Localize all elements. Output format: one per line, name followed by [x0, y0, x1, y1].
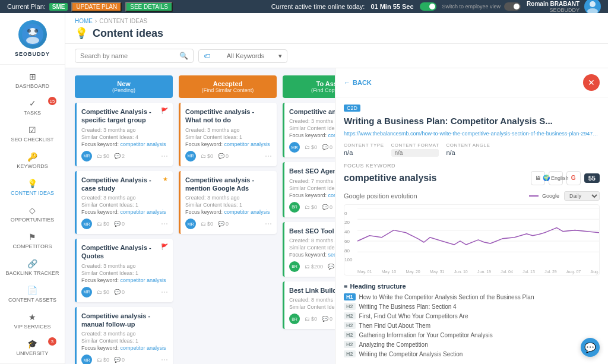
svg-point-6 — [34, 29, 38, 33]
sidebar-label-opportunities: OPPORTUNITIES — [11, 217, 54, 223]
sidebar-item-opportunities[interactable]: ◇ OPPORTUNITIES — [0, 201, 65, 227]
update-plan-button[interactable]: UPDATE PLAN — [71, 2, 122, 12]
more-icon[interactable]: ⋯ — [161, 356, 168, 364]
sidebar-item-university[interactable]: 🎓 UNIVERSITY 3 — [0, 334, 65, 361]
card-similar: Similar Content Ideas: 1 — [81, 270, 168, 276]
kanban-board: New (Pending) Competitive Analysis - spe… — [65, 68, 335, 364]
sidebar-item-content-ideas[interactable]: 💡 CONTENT IDEAS — [0, 174, 65, 201]
card-similar: Similar Content Ideas: 0 — [289, 304, 335, 310]
card-created: Created: 3 months ago — [185, 127, 272, 133]
avatar: BR — [289, 202, 300, 213]
budget-icon: 🗂 — [305, 316, 310, 322]
col-label-to-assign: To Assign — [289, 80, 335, 87]
more-icon[interactable]: ⋯ — [265, 220, 272, 228]
card-keyword: Focus keyword: competitor analysis — [289, 192, 335, 198]
chart-container: 0 20 40 60 80 100 — [344, 204, 600, 276]
table-row[interactable]: Competitive Analysis - specific target g… — [75, 103, 173, 166]
table-row[interactable]: Competitive Analysis - Quotes 🚩 Created:… — [75, 239, 173, 302]
kanban-area: New (Pending) Competitive Analysis - spe… — [65, 68, 335, 364]
sidebar-logo: SEOBUDDY — [0, 13, 65, 65]
breadcrumb-current: CONTENT IDEAS — [99, 18, 147, 24]
table-row[interactable]: Competitive Analysis - case study ★ Crea… — [75, 171, 173, 235]
avatar: BR — [289, 261, 300, 272]
search-box[interactable]: 🔍 — [75, 49, 194, 63]
avatar: MR — [81, 354, 92, 364]
chart-svg — [357, 208, 599, 263]
close-panel-button[interactable]: ✕ — [583, 74, 600, 91]
page-title-row: 💡 Content ideas — [75, 27, 598, 40]
y-label-0: 0 — [344, 211, 356, 216]
detail-url[interactable]: https://www.thebalancesmb.com/how-to-wri… — [344, 131, 600, 137]
timer-prefix: Current active time online today: — [271, 3, 365, 10]
comment-icon: 💬 — [322, 144, 328, 150]
budget-group: 🗂 $0 — [201, 221, 213, 227]
comment-count: 0 — [226, 153, 229, 159]
table-row[interactable]: Best SEO Agencies Created: 7 months ago … — [283, 162, 335, 217]
card-footer: MR 🗂 $0 💬 2 ⋯ — [81, 151, 168, 162]
table-row[interactable]: Competitive analysis - mention Google Ad… — [179, 171, 277, 235]
budget-value: $0 — [103, 357, 109, 363]
card-title: Competitive analysis - manual follow-up — [81, 312, 168, 329]
card-footer: MR 🗂 $0 💬 0 ⋯ — [289, 142, 335, 153]
sidebar-label-vip-services: VIP SERVICES — [14, 324, 50, 330]
chat-bubble-button[interactable]: 💬 — [581, 338, 600, 357]
table-row[interactable]: Competitive analysis tools Created: 3 mo… — [283, 103, 335, 157]
budget-icon: 🗂 — [97, 153, 102, 159]
comment-count: 0 — [122, 357, 125, 363]
x-label-4: Jun. 10 — [454, 270, 468, 274]
keyword-filter-icon: 🏷 — [204, 52, 210, 59]
card-created: Created: 3 months ago — [289, 118, 335, 124]
detail-meta-row: CONTENT TYPE n/a CONTENT FORMAT n/a CONT… — [344, 143, 600, 157]
more-icon[interactable]: ⋯ — [161, 220, 168, 228]
flag-icon: 🚩 — [161, 243, 168, 250]
more-icon[interactable]: ⋯ — [161, 288, 168, 296]
back-button[interactable]: ← BACK — [344, 79, 372, 86]
list-item: H2 First, Find Out Who Your Competitors … — [344, 312, 600, 320]
employee-view-toggle[interactable] — [504, 2, 521, 11]
sidebar-item-backlink-tracker[interactable]: 🔗 BACKLINK TRACKER — [0, 254, 65, 281]
table-row[interactable]: Competitive analysis - manual follow-up … — [75, 307, 173, 364]
sidebar-item-tasks[interactable]: ✓ TASKS 15 — [0, 94, 65, 121]
card-created: Created: 3 months ago — [185, 195, 272, 201]
sidebar-item-competitors[interactable]: ⚑ COMPETITORS — [0, 227, 65, 254]
chart-period-select[interactable]: Daily Weekly — [564, 191, 600, 201]
timer-toggle[interactable] — [420, 2, 436, 11]
language-icon-btn[interactable]: 🌍 English — [549, 171, 563, 185]
card-title: Competitive analysis tools — [289, 107, 335, 116]
col-header-to-assign: To Assign (Find Copywriter) — [283, 75, 335, 98]
breadcrumb-home[interactable]: HOME — [75, 18, 93, 24]
svg-point-0 — [590, 1, 596, 7]
comments-group: 💬 0 — [328, 264, 335, 270]
more-icon[interactable]: ⋯ — [265, 152, 272, 160]
budget-value: $0 — [311, 204, 317, 210]
col-sub-to-assign: (Find Copywriter) — [289, 87, 335, 93]
budget-group: 🗂 $0 — [201, 153, 213, 159]
table-row[interactable]: Best Link Building S… Created: 8 months … — [283, 281, 335, 329]
comment-count: 0 — [226, 221, 229, 227]
google-icon-btn[interactable]: G — [566, 171, 581, 185]
x-label-8: Jul. 29 — [544, 270, 557, 274]
sidebar-item-vip-services[interactable]: ★ VIP SERVICES — [0, 308, 65, 334]
chevron-down-icon: ▾ — [278, 52, 282, 60]
sidebar-item-seo-checklist[interactable]: ☑ SEO CHECKLIST — [0, 121, 65, 147]
card-created: Created: 3 months ago — [81, 127, 168, 133]
breadcrumb-sep: › — [95, 18, 97, 24]
chart-header: Google position evolution Google Daily W… — [344, 191, 600, 201]
table-row[interactable]: Best SEO Tool in 202… Created: 8 months … — [283, 222, 335, 277]
keyword-filter-select[interactable]: 🏷 All Keywords ▾ — [198, 49, 287, 63]
legend-label: Google — [542, 193, 559, 199]
content-type-value: n/a — [344, 149, 384, 156]
employee-view-switch: Switch to employee view — [442, 2, 521, 11]
sidebar-item-dashboard[interactable]: ⊞ DASHBOARD — [0, 67, 65, 94]
flag-icon: 🌍 — [543, 175, 550, 181]
sidebar-item-content-assets[interactable]: 📄 CONTENT ASSETS — [0, 281, 65, 308]
comment-count: 0 — [122, 289, 125, 295]
table-row[interactable]: Competitive analysis - What not to do Cr… — [179, 103, 277, 166]
card-title: Best SEO Tool in 202… — [289, 227, 335, 235]
search-input[interactable] — [80, 52, 179, 59]
see-details-button[interactable]: SEE DETAILS — [125, 2, 173, 12]
plan-badge: SME — [49, 3, 68, 11]
more-icon[interactable]: ⋯ — [161, 152, 168, 160]
sidebar-item-keywords[interactable]: 🔑 KEYWORDS — [0, 147, 65, 174]
dashboard-icon: ⊞ — [29, 72, 36, 81]
